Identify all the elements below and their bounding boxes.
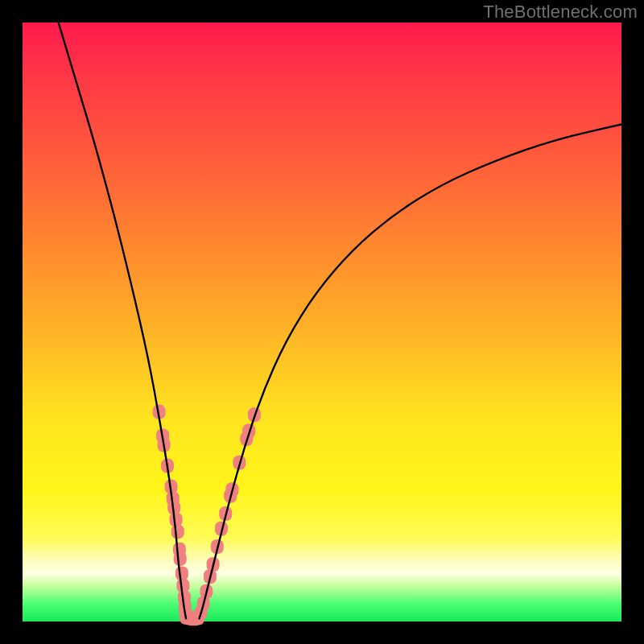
highlight-dot bbox=[174, 551, 187, 566]
curve-right-branch bbox=[200, 125, 622, 619]
curve-lines bbox=[59, 23, 621, 618]
watermark-text: TheBottleneck.com bbox=[483, 2, 638, 23]
chart-container: TheBottleneck.com bbox=[0, 0, 644, 644]
highlight-dot bbox=[171, 524, 184, 539]
chart-svg bbox=[23, 23, 621, 621]
plot-area bbox=[23, 23, 621, 621]
curve-left-branch bbox=[59, 23, 187, 618]
